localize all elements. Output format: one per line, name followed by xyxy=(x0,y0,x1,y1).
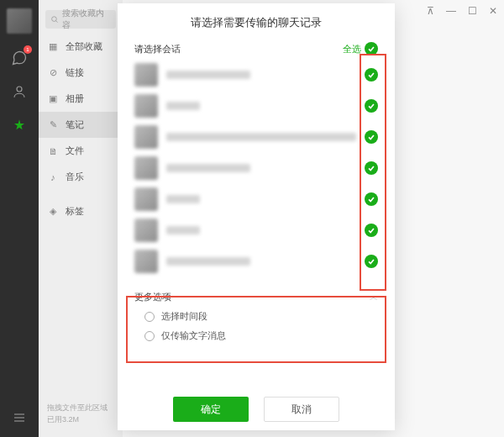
svg-point-4 xyxy=(52,17,57,22)
pin-icon[interactable]: ⊼ xyxy=(427,5,434,17)
maximize-icon[interactable]: ☐ xyxy=(468,5,477,17)
sidebar-item-notes[interactable]: ✎笔记 xyxy=(39,112,123,138)
select-all-button[interactable]: 全选 xyxy=(343,42,378,55)
sidebar-item-label: 笔记 xyxy=(66,118,84,131)
sidebar-item-label: 链接 xyxy=(66,66,84,79)
check-icon[interactable] xyxy=(365,192,378,206)
sidebar-item-label: 标签 xyxy=(66,205,84,218)
select-all-label: 全选 xyxy=(343,43,361,55)
file-icon: 🗎 xyxy=(47,146,59,156)
cancel-button[interactable]: 取消 xyxy=(264,397,339,422)
sidebar-item-label: 文件 xyxy=(66,145,84,157)
transfer-dialog: 请选择需要传输的聊天记录 请选择会话 全选 更多选项 ︿ 选择时间段 仅传输文字… xyxy=(118,3,395,430)
contacts-icon[interactable] xyxy=(10,82,29,101)
favorites-icon[interactable] xyxy=(10,116,29,134)
check-icon[interactable] xyxy=(365,130,378,144)
check-icon[interactable] xyxy=(365,255,378,268)
chat-avatar xyxy=(134,125,158,149)
window-controls: ⊼ — ☐ ✕ xyxy=(427,5,497,17)
option-label: 选择时间段 xyxy=(161,310,207,323)
radio-icon xyxy=(144,331,155,341)
chat-row[interactable] xyxy=(134,93,378,118)
more-options-label: 更多选项 xyxy=(134,291,171,303)
chat-row[interactable] xyxy=(134,62,378,87)
check-icon[interactable] xyxy=(365,161,378,175)
sidebar-item-label: 相册 xyxy=(66,92,84,105)
tag-icon: ◈ xyxy=(47,206,59,217)
chat-row[interactable] xyxy=(134,218,378,243)
chat-row[interactable] xyxy=(134,155,378,181)
more-options-panel: 选择时间段 仅传输文字消息 xyxy=(118,305,395,345)
chat-avatar xyxy=(134,250,158,273)
check-icon[interactable] xyxy=(365,68,378,82)
svg-line-5 xyxy=(55,21,57,23)
chevron-up-icon: ︿ xyxy=(370,292,378,303)
chat-avatar xyxy=(134,187,158,211)
chat-name xyxy=(166,71,250,79)
music-icon: ♪ xyxy=(47,172,59,182)
chat-name xyxy=(166,164,250,172)
grid-icon: ▦ xyxy=(47,41,59,52)
chat-avatar xyxy=(134,156,158,180)
chat-row[interactable] xyxy=(134,249,378,274)
avatar[interactable] xyxy=(7,8,32,34)
menu-icon[interactable] xyxy=(10,408,29,427)
unread-badge: 1 xyxy=(24,45,32,54)
sidebar-item-music[interactable]: ♪音乐 xyxy=(39,164,123,190)
option-text-only[interactable]: 仅传输文字消息 xyxy=(144,329,378,342)
chat-avatar xyxy=(134,218,158,242)
chat-list xyxy=(118,62,395,274)
sidebar-item-files[interactable]: 🗎文件 xyxy=(39,138,123,164)
ok-button[interactable]: 确定 xyxy=(173,397,249,422)
chat-avatar xyxy=(134,63,158,87)
check-icon xyxy=(365,42,378,55)
sidebar-item-label: 音乐 xyxy=(66,171,84,183)
sidebar-item-label: 全部收藏 xyxy=(66,40,102,53)
select-session-label: 请选择会话 xyxy=(134,43,181,55)
chat-name xyxy=(166,257,250,266)
search-input[interactable]: 搜索收藏内容 xyxy=(45,10,116,29)
photo-icon: ▣ xyxy=(47,93,59,104)
check-icon[interactable] xyxy=(365,99,378,113)
dialog-title: 请选择需要传输的聊天记录 xyxy=(118,15,395,30)
svg-point-0 xyxy=(17,87,22,92)
dialog-buttons: 确定 取消 xyxy=(118,385,395,422)
option-time-range[interactable]: 选择时间段 xyxy=(144,310,378,323)
favorites-sidebar: 搜索收藏内容 ▦全部收藏 ⊘链接 ▣相册 ✎笔记 🗎文件 ♪音乐 ◈标签 拖拽文… xyxy=(39,0,123,437)
close-icon[interactable]: ✕ xyxy=(489,5,497,17)
sidebar-item-photos[interactable]: ▣相册 xyxy=(39,86,123,112)
check-icon[interactable] xyxy=(365,224,378,237)
chat-row[interactable] xyxy=(134,187,378,212)
chat-icon[interactable]: 1 xyxy=(10,49,29,67)
search-icon xyxy=(50,15,59,24)
chat-avatar xyxy=(134,94,158,118)
chat-name xyxy=(166,195,200,203)
sidebar-item-all[interactable]: ▦全部收藏 xyxy=(39,34,123,60)
chat-name xyxy=(166,133,356,141)
minimize-icon[interactable]: — xyxy=(446,5,456,17)
chat-row[interactable] xyxy=(134,124,378,150)
search-placeholder: 搜索收藏内容 xyxy=(62,8,111,31)
sidebar-footer: 拖拽文件至此区域 已用3.2M xyxy=(39,396,123,437)
option-label: 仅传输文字消息 xyxy=(161,329,226,342)
chat-name xyxy=(166,226,200,234)
sidebar-item-tags[interactable]: ◈标签 xyxy=(39,198,123,224)
left-rail: 1 xyxy=(0,0,39,437)
radio-icon xyxy=(144,312,155,322)
link-icon: ⊘ xyxy=(47,67,59,78)
note-icon: ✎ xyxy=(47,119,59,130)
more-options-toggle[interactable]: 更多选项 ︿ xyxy=(118,286,395,305)
sidebar-item-links[interactable]: ⊘链接 xyxy=(39,60,123,86)
chat-name xyxy=(166,102,200,110)
